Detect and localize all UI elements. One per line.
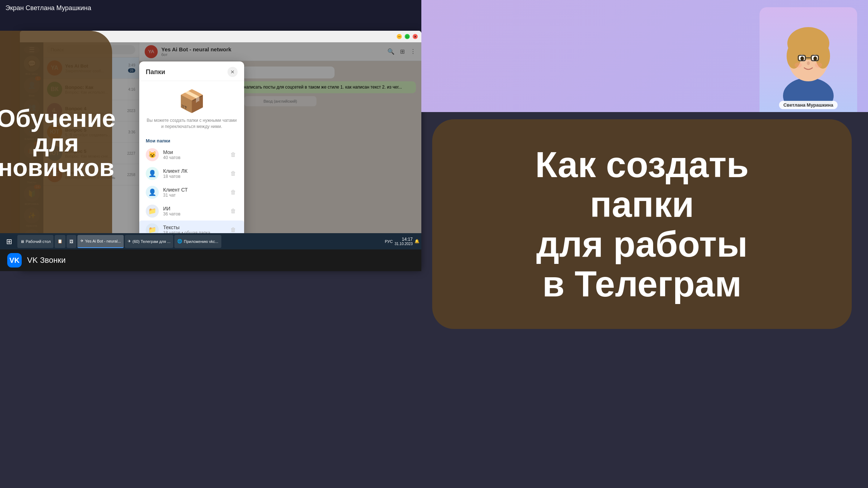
taskbar-btn-telegram[interactable]: ✈ (60) Телеграм для ...: [125, 235, 173, 248]
taskbar: ⊞ 🖥 Рабочий стол 📋 🖼 ✈ Yes Ai Bot - neur…: [0, 233, 421, 249]
folder-delete-icon[interactable]: 🗑: [229, 188, 238, 197]
desktop-icon: 🖥: [20, 239, 24, 244]
folder-delete-icon[interactable]: 🗑: [229, 206, 238, 216]
folder-item-details: Клиент СТ 31 чат: [163, 187, 225, 198]
right-panel: Светлана Мурашкина Как создать папки для…: [421, 0, 868, 488]
modal-title: Папки: [146, 68, 165, 76]
folder-big-icon: 📦: [146, 88, 237, 114]
modal-close-button[interactable]: ✕: [227, 67, 238, 77]
folder-item-icon: 📁: [146, 205, 159, 218]
screen-topbar: Экран Светлана Мурашкина: [0, 0, 421, 16]
maximize-button[interactable]: □: [405, 34, 410, 39]
taskbar-btn-vk[interactable]: 🌐 Приложению vkc...: [174, 235, 221, 248]
svg-point-13: [807, 61, 810, 65]
folder-item-details: Мои 40 чатов: [163, 149, 225, 160]
taskbar-time: 14:17 31.10.2023: [395, 237, 413, 246]
minimize-button[interactable]: ─: [397, 34, 402, 39]
folder-item-klient-lk[interactable]: 👤 Клиент ЛК 18 чатов 🗑: [139, 164, 244, 183]
folder-item-details: Клиент ЛК 18 чатов: [163, 168, 225, 179]
screen-area: Экран Светлана Мурашкина ─ □ ✕ ☰ 💬 Все ч…: [0, 0, 421, 271]
folder-item-icon: 👤: [146, 186, 159, 199]
svg-point-9: [813, 56, 817, 61]
overlay-right-text: Как создать папки для работы в Телеграм: [524, 134, 760, 314]
taskbar-right: РУС 14:17 31.10.2023 🔔: [385, 237, 420, 246]
overlay-left-panel: Обучение для новичков: [0, 31, 112, 255]
svg-point-8: [800, 56, 804, 61]
svg-point-14: [795, 63, 802, 68]
folder-delete-icon[interactable]: 🗑: [229, 150, 238, 159]
avatar-name-label: Светлана Мурашкина: [779, 101, 838, 109]
modal-icon-area: 📦: [139, 81, 244, 117]
avatar-background: Светлана Мурашкина: [421, 0, 868, 112]
folders-modal: Папки ✕ 📦 Вы можете создать папки с нужн…: [139, 61, 244, 261]
taskbar-btn-yes-ai[interactable]: ✈ Yes Ai Bot - neural...: [77, 235, 124, 248]
folder-item-klient-st[interactable]: 👤 Клиент СТ 31 чат 🗑: [139, 183, 244, 202]
taskbar-btn-desktop[interactable]: 🖥 Рабочий стол: [17, 235, 54, 248]
vk-icon: VK: [7, 253, 22, 267]
folder-item-moi[interactable]: 😺 Мои 40 чатов 🗑: [139, 145, 244, 164]
svg-point-15: [815, 63, 822, 68]
folder-item-icon: 😺: [146, 148, 159, 161]
notification-icon[interactable]: 🔔: [414, 239, 420, 244]
taskbar-btn-2[interactable]: 📋: [55, 235, 65, 248]
lang-indicator: РУС: [385, 239, 393, 244]
avatar-svg: [772, 13, 844, 107]
modal-description: Вы можете создать папки с нужными чатами…: [139, 117, 244, 135]
vk-bar: VK VK Звонки: [0, 249, 421, 271]
folder-delete-icon[interactable]: 🗑: [229, 169, 238, 178]
taskbar-btn-3[interactable]: 🖼: [67, 235, 76, 248]
overlay-right-panel: Как создать папки для работы в Телеграм: [432, 119, 852, 329]
start-button[interactable]: ⊞: [2, 235, 16, 248]
vk-label: VK Звонки: [27, 256, 66, 265]
folder-item-icon: 👤: [146, 167, 159, 180]
modal-header: Папки ✕: [139, 61, 244, 81]
avatar-card: Светлана Мурашкина: [760, 7, 857, 112]
screen-title: Экран Светлана Мурашкина: [5, 4, 91, 12]
close-button[interactable]: ✕: [413, 34, 418, 39]
folder-item-details: ИИ 36 чатов: [163, 206, 225, 217]
overlay-left-text: Обучение для новичков: [0, 100, 121, 185]
modal-section-title: Мои папки: [139, 135, 244, 145]
folder-item-ii[interactable]: 📁 ИИ 36 чатов 🗑: [139, 202, 244, 221]
